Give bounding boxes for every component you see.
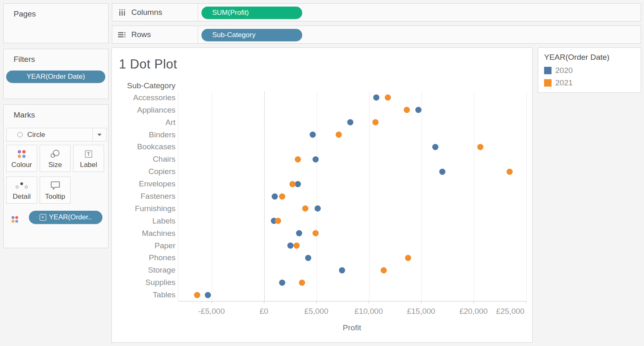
colour-button[interactable]: Colour [6,145,37,172]
filters-shelf[interactable]: Filters YEAR(Order Date) [3,49,109,99]
legend-item-2020[interactable]: 2020 [544,66,573,75]
category-label-bookcases[interactable]: Bookcases [112,142,175,151]
size-button[interactable]: Size [40,145,71,172]
filters-title: Filters [14,55,35,64]
category-label-tables[interactable]: Tables [112,290,175,299]
category-label-machines[interactable]: Machines [112,229,175,238]
columns-pill-sum-profit[interactable]: SUM(Profit) [201,7,302,19]
mark-envelopes-2020[interactable] [295,181,301,187]
pages-title: Pages [14,9,36,19]
category-label-copiers[interactable]: Copiers [112,167,175,176]
axis-tick-label: £20,000 [459,307,488,316]
category-label-storage[interactable]: Storage [112,266,175,275]
tooltip-button[interactable]: Tooltip [40,177,71,204]
gridline [212,92,212,301]
detail-button[interactable]: Detail [6,177,37,204]
mark-labels-2021[interactable] [275,218,281,224]
category-label-appliances[interactable]: Appliances [112,106,175,115]
category-label-fasteners[interactable]: Fasteners [112,192,175,201]
rows-shelf-label: Rows [112,26,198,43]
axis-tick [526,301,526,304]
mark-appliances-2021[interactable] [404,107,410,113]
mark-phones-2020[interactable] [305,255,311,261]
columns-shelf[interactable]: Columns SUM(Profit) [112,3,641,21]
filter-pill-year-order-date[interactable]: YEAR(Order Date) [6,71,105,83]
detail-button-label: Detail [13,193,31,201]
category-label-chairs[interactable]: Chairs [112,155,175,164]
mark-tables-2020[interactable] [205,292,211,298]
expand-plus-icon[interactable]: + [40,214,46,221]
marks-pill-year-order-date[interactable]: + YEAR(Order.. [29,211,102,224]
rows-icon [118,31,126,38]
legend-title: YEAR(Order Date) [544,53,609,62]
axis-tick [369,301,369,304]
category-label-envelopes[interactable]: Envelopes [112,179,175,188]
columns-icon [118,9,126,16]
mark-supplies-2020[interactable] [279,280,285,286]
mark-phones-2021[interactable] [405,255,411,261]
mark-machines-2020[interactable] [296,230,302,236]
gridline [421,92,422,301]
mark-tables-2021[interactable] [194,292,200,298]
category-label-accessories[interactable]: Accessories [112,93,175,102]
tableau-workspace: Pages Columns SUM(Profit) Rows Sub-Categ… [0,0,644,346]
mark-machines-2021[interactable] [313,230,319,236]
gridline [526,92,527,301]
axis-tick [421,301,421,304]
category-label-binders[interactable]: Binders [112,130,175,139]
mark-binders-2021[interactable] [336,132,342,138]
mark-appliances-2020[interactable] [415,107,421,113]
mark-furnishings-2021[interactable] [302,205,308,212]
mark-furnishings-2020[interactable] [315,205,321,212]
axis-tick-label: -£5,000 [198,307,225,316]
label-button[interactable]: T Label [73,145,104,172]
mark-paper-2021[interactable] [294,242,300,249]
mark-supplies-2021[interactable] [299,280,305,286]
plot-area [178,92,526,301]
category-label-furnishings[interactable]: Furnishings [112,204,175,213]
mark-type-dropdown-arrow[interactable] [92,128,106,141]
axis-tick-label: £25,000 [496,307,525,316]
mark-fasteners-2020[interactable] [272,193,278,200]
pages-shelf[interactable]: Pages [3,3,109,43]
axis-tick [211,301,212,304]
category-label-art[interactable]: Art [112,118,175,127]
colour-assignment-icon [12,213,18,223]
gridline [369,92,369,301]
mark-chairs-2021[interactable] [295,156,301,162]
mark-copiers-2021[interactable] [507,169,513,175]
category-label-labels[interactable]: Labels [112,217,175,226]
columns-shelf-label: Columns [112,4,198,21]
mark-copiers-2020[interactable] [439,169,445,175]
axis-tick-label: £15,000 [407,307,436,316]
category-label-paper[interactable]: Paper [112,241,175,250]
category-label-phones[interactable]: Phones [112,253,175,262]
axis-tick [264,301,264,304]
mark-accessories-2021[interactable] [385,94,391,101]
mark-bookcases-2021[interactable] [477,144,483,150]
mark-envelopes-2021[interactable] [289,181,296,187]
mark-storage-2020[interactable] [339,267,345,273]
chevron-down-icon [97,134,102,136]
mark-type-label: Circle [27,131,45,139]
mark-type-dropdown[interactable]: Circle [6,128,107,141]
mark-art-2020[interactable] [347,119,353,125]
mark-bookcases-2020[interactable] [432,144,438,150]
colour-icon [18,149,26,159]
mark-fasteners-2021[interactable] [279,193,285,200]
rows-shelf[interactable]: Rows Sub-Category [112,26,641,44]
rows-pill-sub-category[interactable]: Sub-Category [201,29,302,41]
legend-label-2021: 2021 [555,78,573,87]
category-label-supplies[interactable]: Supplies [112,278,175,287]
legend-item-2021[interactable]: 2021 [544,79,573,87]
mark-paper-2020[interactable] [287,242,294,249]
tooltip-icon [50,181,60,191]
gridline [317,92,317,301]
mark-binders-2020[interactable] [310,132,316,138]
columns-label: Columns [131,8,162,17]
mark-storage-2021[interactable] [381,267,387,273]
mark-accessories-2020[interactable] [373,94,379,101]
mark-art-2021[interactable] [372,119,379,125]
mark-chairs-2020[interactable] [313,156,319,162]
size-icon [50,149,61,159]
